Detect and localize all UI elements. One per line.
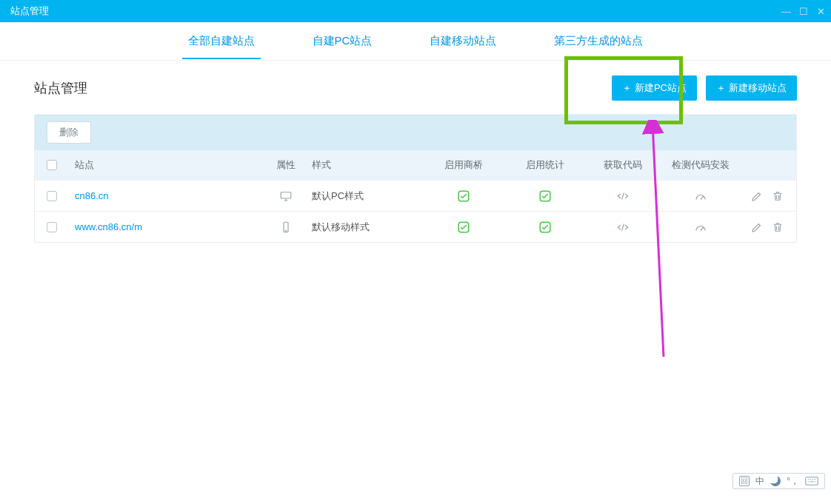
keyboard-icon[interactable] [805,477,818,485]
minimize-icon[interactable]: — [781,6,790,17]
site-link[interactable]: cn86.cn [75,190,109,201]
header-stat: 启用统计 [504,158,586,172]
table-toolbar: 删除 [35,115,796,150]
header-qiao: 启用商桥 [423,158,504,172]
site-link[interactable]: www.cn86.cn/m [75,221,142,232]
check-icon[interactable] [457,189,470,203]
mobile-icon [279,221,293,234]
code-icon[interactable] [616,221,630,234]
page-title: 站点管理 [34,79,87,97]
row-checkbox[interactable] [47,222,57,232]
check-icon[interactable] [457,221,470,234]
maximize-icon[interactable]: ☐ [799,6,808,17]
tab-mobile-sites[interactable]: 自建移动站点 [427,24,499,58]
code-icon[interactable] [616,189,630,203]
header-site: 站点 [75,158,260,172]
new-mobile-site-button[interactable]: ＋ 新建移动站点 [706,75,797,101]
new-pc-site-button[interactable]: ＋ 新建PC站点 [612,75,697,101]
window-title: 站点管理 [10,4,49,18]
ime-status-bar[interactable]: 回 中 °， [732,473,825,489]
header-style: 样式 [312,158,423,172]
desktop-icon [279,189,293,203]
gauge-icon[interactable] [694,189,707,203]
style-cell: 默认PC样式 [312,189,423,203]
trash-icon[interactable] [771,189,784,203]
table-header: 站点 属性 样式 启用商桥 启用统计 获取代码 检测代码安装 [35,150,796,180]
window-controls: — ☐ ✕ [781,6,825,17]
style-cell: 默认移动样式 [312,221,423,234]
svg-rect-8 [806,477,818,485]
gauge-icon[interactable] [694,221,707,234]
titlebar: 站点管理 — ☐ ✕ [0,0,831,22]
plus-icon: ＋ [622,81,632,95]
check-icon[interactable] [538,221,552,234]
table-row: www.cn86.cn/m 默认移动样式 [35,211,796,242]
check-icon[interactable] [538,189,552,203]
edit-icon[interactable] [750,221,764,234]
tab-thirdparty-sites[interactable]: 第三方生成的站点 [551,24,646,58]
ime-lang[interactable]: 中 [755,475,764,488]
tab-pc-sites[interactable]: 自建PC站点 [310,24,376,58]
trash-icon[interactable] [771,221,784,234]
svg-rect-0 [281,192,291,198]
new-pc-site-label: 新建PC站点 [635,81,687,95]
ime-tool-icon[interactable]: 回 [739,476,750,486]
header-code: 获取代码 [586,158,660,172]
select-all-checkbox[interactable] [47,160,57,170]
header-inst: 检测代码安装 [660,158,741,172]
header-attr: 属性 [260,158,312,172]
tab-all-sites[interactable]: 全部自建站点 [185,24,258,58]
svg-point-4 [285,230,286,231]
site-table: 删除 站点 属性 样式 启用商桥 启用统计 获取代码 检测代码安装 cn86.c… [34,114,797,243]
new-mobile-site-label: 新建移动站点 [729,81,787,95]
close-icon[interactable]: ✕ [817,6,825,17]
delete-button[interactable]: 删除 [47,121,91,144]
ime-punct[interactable]: °， [787,475,799,488]
plus-icon: ＋ [716,81,726,95]
edit-icon[interactable] [750,189,764,203]
tabs: 全部自建站点 自建PC站点 自建移动站点 第三方生成的站点 [0,22,831,61]
row-checkbox[interactable] [47,191,57,201]
table-row: cn86.cn 默认PC样式 [35,180,796,211]
moon-icon[interactable] [770,476,781,486]
